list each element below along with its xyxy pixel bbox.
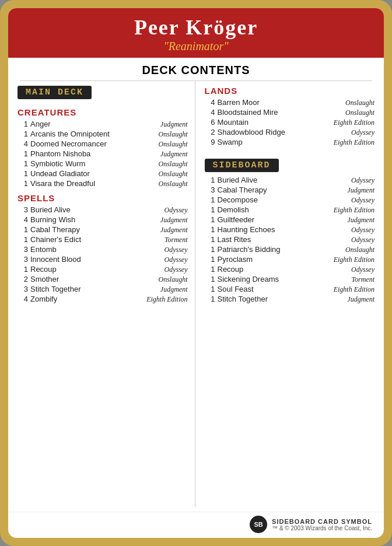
card-qty: 1	[205, 205, 215, 214]
card-qty: 1	[205, 225, 215, 234]
card-set: Odyssey	[164, 256, 188, 264]
card-qty: 1	[18, 225, 28, 234]
card-set: Odyssey	[351, 236, 374, 244]
card-name: Shadowblood Ridge	[218, 128, 349, 136]
card-name: Chainer's Edict	[30, 235, 162, 244]
card-name: Zombify	[30, 295, 144, 303]
card-set: Eighth Edition	[334, 206, 374, 215]
list-item: 1 Buried Alive Odyssey	[205, 176, 375, 185]
card-qty: 1	[18, 130, 28, 138]
list-item: 4 Barren Moor Onslaught	[205, 98, 375, 107]
deck-name: "Reanimator"	[20, 40, 372, 53]
card-name: Symbiotic Wurm	[30, 159, 156, 168]
list-item: 1 Demolish Eighth Edition	[205, 205, 375, 215]
list-item: 1 Guiltfeeder Judgment	[205, 215, 375, 225]
spells-heading: SPELLS	[18, 193, 188, 203]
card-qty: 1	[18, 159, 28, 168]
card-qty: 1	[18, 179, 28, 188]
list-item: 1 Recoup Odyssey	[205, 265, 375, 274]
card-qty: 4	[18, 139, 28, 148]
list-item: 1 Arcanis the Omnipotent Onslaught	[18, 130, 188, 139]
card-qty: 3	[18, 245, 28, 254]
list-item: 1 Decompose Odyssey	[205, 195, 375, 205]
card-qty: 1	[18, 120, 28, 128]
card-name: Demolish	[218, 205, 331, 214]
card-qty: 1	[205, 285, 215, 293]
card-qty: 1	[205, 195, 215, 204]
card-set: Onslaught	[158, 130, 187, 139]
card-name: Guiltfeeder	[218, 215, 345, 224]
header: Peer Kröger "Reanimator"	[8, 8, 384, 58]
sideboard-label: sideboard	[205, 159, 279, 172]
card-name: Last Rites	[218, 235, 349, 244]
card-set: Onslaught	[158, 180, 187, 188]
card-name: Barren Moor	[218, 98, 343, 107]
card-set: Onslaught	[158, 140, 187, 149]
card-qty: 3	[18, 255, 28, 264]
list-item: 3 Cabal Therapy Judgment	[205, 186, 375, 195]
card-qty: 1	[205, 176, 215, 184]
right-column: LANDS 4 Barren Moor Onslaught 4 Bloodsta…	[195, 81, 375, 507]
card-qty: 2	[205, 128, 215, 136]
card-qty: 1	[18, 235, 28, 244]
list-item: 1 Pyroclasm Eighth Edition	[205, 255, 375, 264]
card-set: Judgment	[347, 216, 374, 225]
spells-list: 3 Buried Alive Odyssey 4 Burning Wish Ju…	[18, 205, 188, 304]
card-set: Onslaught	[158, 160, 187, 169]
card-set: Eighth Edition	[334, 285, 374, 294]
footer-right: SIDEBOARD CARD SYMBOL ™ & © 2003 Wizards…	[272, 518, 372, 531]
card-set: Onslaught	[345, 108, 374, 117]
card-name: Entomb	[30, 245, 162, 254]
card-name: Undead Gladiator	[30, 169, 156, 178]
sideboard-list: 1 Buried Alive Odyssey 3 Cabal Therapy J…	[205, 176, 375, 304]
list-item: 3 Buried Alive Odyssey	[18, 205, 188, 215]
card-inner: Peer Kröger "Reanimator" DECK CONTENTS m…	[8, 8, 384, 538]
list-item: 3 Innocent Blood Odyssey	[18, 255, 188, 264]
card-name: Stitch Together	[218, 295, 345, 303]
lands-list: 4 Barren Moor Onslaught 4 Bloodstained M…	[205, 98, 375, 147]
card-set: Odyssey	[351, 196, 374, 205]
card-qty: 6	[205, 118, 215, 127]
card-name: Cabal Therapy	[30, 225, 158, 234]
card-name: Visara the Dreadful	[30, 179, 156, 188]
card-name: Soul Feast	[218, 285, 331, 293]
card-name: Stitch Together	[30, 285, 158, 293]
card-name: Haunting Echoes	[218, 225, 349, 234]
card-qty: 9	[205, 138, 215, 146]
columns: main deck CREATURES 1 Anger Judgment 1 A…	[8, 81, 384, 512]
list-item: 2 Shadowblood Ridge Odyssey	[205, 128, 375, 137]
list-item: 1 Visara the Dreadful Onslaught	[18, 179, 188, 188]
card-set: Eighth Edition	[334, 256, 374, 264]
card-name: Buried Alive	[30, 205, 162, 214]
card-set: Odyssey	[164, 206, 188, 215]
card-qty: 3	[18, 285, 28, 293]
card-qty: 1	[205, 215, 215, 224]
list-item: 1 Chainer's Edict Torment	[18, 235, 188, 244]
card-qty: 1	[205, 245, 215, 254]
card-qty: 1	[18, 265, 28, 274]
card-name: Anger	[30, 120, 158, 128]
list-item: 3 Stitch Together Judgment	[18, 285, 188, 294]
card-set: Odyssey	[164, 265, 188, 274]
list-item: 6 Mountain Eighth Edition	[205, 118, 375, 127]
card-name: Burning Wish	[30, 215, 158, 224]
footer: SB SIDEBOARD CARD SYMBOL ™ & © 2003 Wiza…	[8, 512, 384, 538]
card-set: Judgment	[347, 186, 374, 195]
card-set: Judgment	[160, 285, 188, 294]
deck-contents-title: DECK CONTENTS	[8, 58, 384, 80]
card-name: Phantom Nishoba	[30, 149, 158, 158]
list-item: 1 Soul Feast Eighth Edition	[205, 285, 375, 294]
card-qty: 1	[205, 275, 215, 284]
card-name: Recoup	[30, 265, 162, 274]
card-name: Bloodstained Mire	[218, 108, 343, 117]
card-qty: 1	[18, 149, 28, 158]
list-item: 1 Recoup Odyssey	[18, 265, 188, 274]
card-set: Odyssey	[351, 226, 374, 235]
list-item: 1 Anger Judgment	[18, 120, 188, 129]
sideboard-card-symbol-text: SIDEBOARD CARD SYMBOL	[272, 518, 372, 525]
copyright-text: ™ & © 2003 Wizards of the Coast, Inc.	[272, 525, 372, 531]
card-set: Odyssey	[351, 128, 374, 137]
card-name: Innocent Blood	[30, 255, 162, 264]
card-set: Odyssey	[164, 246, 188, 254]
card: Peer Kröger "Reanimator" DECK CONTENTS m…	[0, 0, 392, 546]
